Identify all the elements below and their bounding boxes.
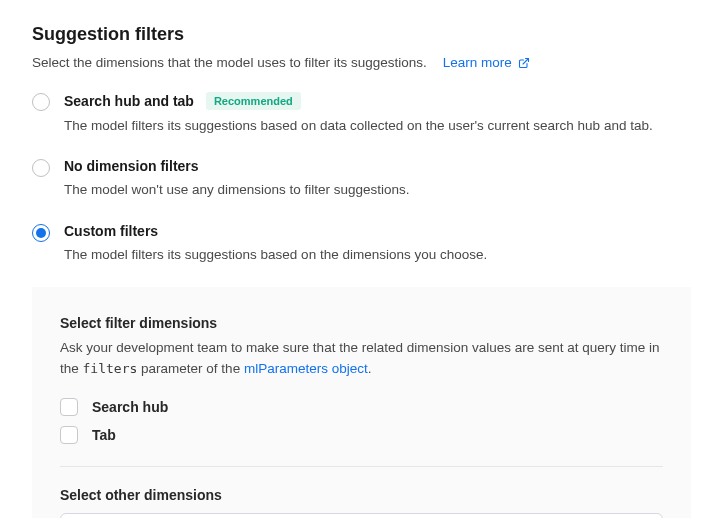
external-link-icon: [518, 57, 530, 69]
panel-heading-dimensions: Select filter dimensions: [60, 315, 663, 331]
page-title: Suggestion filters: [32, 24, 691, 45]
subtitle-row: Select the dimensions that the model use…: [32, 55, 691, 70]
checkbox-row-tab[interactable]: Tab: [60, 426, 663, 444]
option-label: No dimension filters: [64, 158, 199, 174]
option-desc: The model won't use any dimensions to fi…: [64, 180, 691, 200]
option-label: Search hub and tab: [64, 93, 194, 109]
panel-desc-part: parameter of the: [137, 361, 244, 376]
checkbox-row-search-hub[interactable]: Search hub: [60, 398, 663, 416]
checkbox-unchecked[interactable]: [60, 426, 78, 444]
filter-option-custom[interactable]: Custom filters The model filters its sug…: [32, 223, 691, 265]
checkbox-label: Tab: [92, 427, 116, 443]
recommended-badge: Recommended: [206, 92, 301, 110]
divider: [60, 466, 663, 467]
other-dimensions-select[interactable]: country ✕ language ✕: [60, 513, 663, 518]
option-body: Search hub and tab Recommended The model…: [64, 92, 691, 136]
subtitle-text: Select the dimensions that the model use…: [32, 55, 427, 70]
option-body: Custom filters The model filters its sug…: [64, 223, 691, 265]
panel-desc-part: .: [368, 361, 372, 376]
learn-more-label: Learn more: [443, 55, 512, 70]
mlparameters-link[interactable]: mlParameters object: [244, 358, 368, 380]
learn-more-link[interactable]: Learn more: [443, 55, 530, 70]
filter-option-search-hub-tab[interactable]: Search hub and tab Recommended The model…: [32, 92, 691, 136]
svg-line-0: [523, 58, 529, 64]
filters-code: filters: [83, 361, 138, 376]
option-desc: The model filters its suggestions based …: [64, 245, 691, 265]
panel-heading-other: Select other dimensions: [60, 487, 663, 503]
radio-selected[interactable]: [32, 224, 50, 242]
panel-desc: Ask your development team to make sure t…: [60, 337, 663, 380]
checkbox-label: Search hub: [92, 399, 168, 415]
radio-unselected[interactable]: [32, 93, 50, 111]
option-label: Custom filters: [64, 223, 158, 239]
option-body: No dimension filters The model won't use…: [64, 158, 691, 200]
custom-filters-panel: Select filter dimensions Ask your develo…: [32, 287, 691, 518]
option-desc: The model filters its suggestions based …: [64, 116, 691, 136]
checkbox-unchecked[interactable]: [60, 398, 78, 416]
radio-unselected[interactable]: [32, 159, 50, 177]
filter-option-no-dimension[interactable]: No dimension filters The model won't use…: [32, 158, 691, 200]
